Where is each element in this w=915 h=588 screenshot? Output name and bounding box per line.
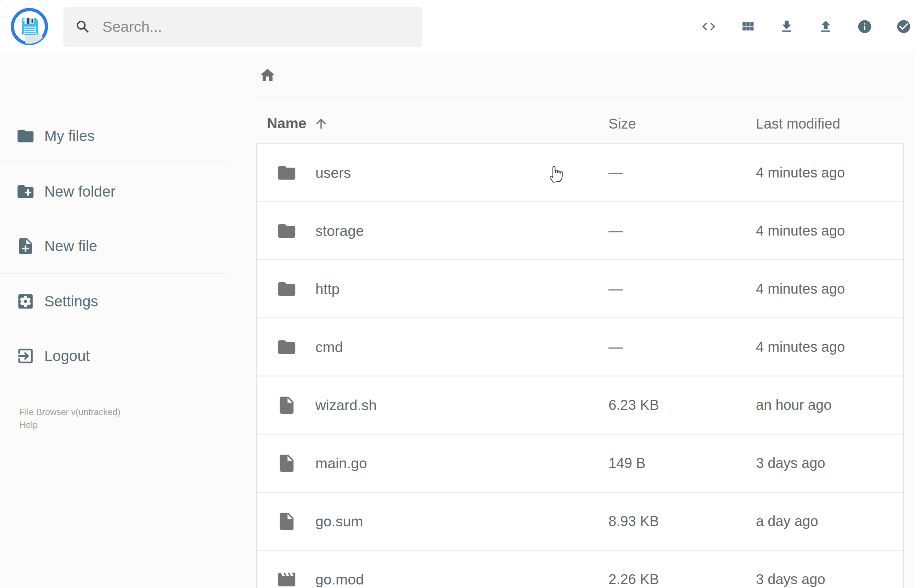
folder-icon <box>276 279 297 299</box>
select-multiple-button[interactable] <box>896 19 912 34</box>
sidebar-divider <box>0 273 228 274</box>
file-size: 8.93 KB <box>608 513 659 529</box>
file-modified: 3 days ago <box>756 455 825 471</box>
file-name: storage <box>315 223 364 239</box>
sort-by-name-header[interactable]: Name <box>267 115 328 132</box>
sidebar-item-label: New folder <box>44 183 116 200</box>
sidebar-item-new-file[interactable]: New file <box>0 228 228 264</box>
sidebar-item-label: New file <box>44 237 97 255</box>
top-bar <box>0 0 915 55</box>
sort-by-modified-header[interactable]: Last modified <box>756 116 840 132</box>
file-size: — <box>608 165 622 181</box>
table-row[interactable]: storage—4 minutes ago <box>257 202 903 260</box>
file-size: 6.23 KB <box>608 397 659 413</box>
check-circle-icon <box>896 19 912 34</box>
sidebar-item-new-folder[interactable]: New folder <box>0 174 228 209</box>
table-row[interactable]: go.sum8.93 KBa day ago <box>257 493 903 551</box>
folder-icon <box>16 126 35 145</box>
arrow-up-icon <box>314 116 328 131</box>
file-size: — <box>608 339 622 355</box>
table-row[interactable]: main.go149 B3 days ago <box>257 435 903 493</box>
home-icon <box>259 66 276 84</box>
file-name: http <box>315 281 339 297</box>
file-name: go.mod <box>315 571 364 588</box>
file-modified: 3 days ago <box>756 571 825 587</box>
file-modified: 4 minutes ago <box>756 281 845 297</box>
logout-icon <box>16 346 35 365</box>
download-button[interactable] <box>779 19 794 34</box>
file-name: go.sum <box>315 513 363 530</box>
breadcrumb-home-button[interactable] <box>259 66 276 84</box>
upload-button[interactable] <box>818 19 834 34</box>
upload-icon <box>818 19 834 34</box>
file-modified: 4 minutes ago <box>756 339 845 355</box>
file-modified: 4 minutes ago <box>756 223 845 239</box>
app-version-text: File Browser v(untracked) <box>19 405 121 418</box>
sidebar-item-label: Logout <box>44 347 90 365</box>
file-listing-pane: Name Size Last modified users—4 minutes … <box>228 53 915 588</box>
file-name: wizard.sh <box>315 397 377 414</box>
sidebar-item-label: My files <box>44 128 95 145</box>
listing-header: Name Size Last modified <box>256 97 904 144</box>
table-row[interactable]: wizard.sh6.23 KBan hour ago <box>257 376 903 435</box>
sidebar-item-settings[interactable]: Settings <box>0 284 228 319</box>
file-name: main.go <box>315 455 367 472</box>
table-row[interactable]: http—4 minutes ago <box>257 260 903 318</box>
sidebar-item-my-files[interactable]: My files <box>0 118 228 154</box>
code-icon <box>701 19 716 34</box>
search-bar[interactable] <box>63 7 422 47</box>
breadcrumb <box>256 53 904 97</box>
search-input[interactable] <box>102 18 404 36</box>
help-link[interactable]: Help <box>19 418 121 431</box>
file-name: users <box>315 165 351 181</box>
grid-view-button[interactable] <box>740 19 755 34</box>
settings-icon <box>16 292 35 311</box>
file-name: cmd <box>315 339 343 355</box>
sidebar-item-logout[interactable]: Logout <box>0 338 228 374</box>
folder-icon <box>276 337 297 357</box>
folder-icon <box>276 163 297 183</box>
name-column-label: Name <box>267 115 307 132</box>
file-size: — <box>608 223 622 239</box>
file-size: 2.26 KB <box>608 571 659 587</box>
sort-by-size-header[interactable]: Size <box>608 116 636 132</box>
floppy-logo-icon <box>11 8 48 45</box>
grid-icon <box>740 19 755 34</box>
file-icon <box>276 395 297 415</box>
header-actions <box>701 0 912 53</box>
table-row[interactable]: cmd—4 minutes ago <box>257 318 903 376</box>
raw-view-button[interactable] <box>701 19 716 34</box>
file-size: — <box>608 281 622 297</box>
file-icon <box>276 453 297 473</box>
movie-icon <box>276 569 297 588</box>
file-size: 149 B <box>608 455 646 471</box>
new-folder-icon <box>16 182 35 201</box>
folder-icon <box>276 221 297 241</box>
info-button[interactable] <box>857 19 873 34</box>
new-file-icon <box>16 237 35 256</box>
file-modified: a day ago <box>756 513 818 529</box>
sidebar-item-label: Settings <box>44 293 98 310</box>
app-logo[interactable] <box>11 8 48 45</box>
file-list: users—4 minutes agostorage—4 minutes ago… <box>256 144 904 588</box>
search-icon <box>75 19 91 35</box>
file-modified: an hour ago <box>756 397 832 413</box>
file-modified: 4 minutes ago <box>756 165 845 181</box>
info-icon <box>857 19 873 34</box>
table-row[interactable]: users—4 minutes ago <box>257 144 903 202</box>
sidebar: My filesNew folderNew fileSettingsLogout… <box>0 53 228 588</box>
download-icon <box>779 19 794 34</box>
sidebar-footer: File Browser v(untracked) Help <box>19 405 121 431</box>
sidebar-divider <box>0 162 228 162</box>
file-icon <box>276 511 297 531</box>
table-row[interactable]: go.mod2.26 KB3 days ago <box>257 551 903 588</box>
